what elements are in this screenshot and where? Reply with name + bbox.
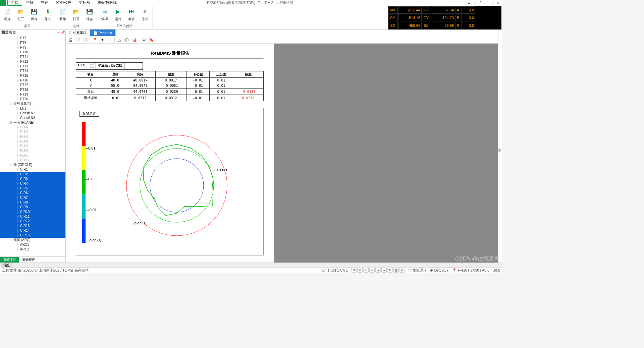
tree-PLN8[interactable]: PLN8: [0, 158, 65, 163]
tree-CIR8[interactable]: CIR8: [0, 200, 65, 205]
tray-icon[interactable]: 中: [357, 268, 363, 273]
report-viewport[interactable]: TotalDMIS 测量报告 CIR1 坐标系：DsCS1 项目理论实际偏差下公…: [66, 44, 498, 263]
menu-构造[interactable]: 构造: [38, 0, 52, 6]
tree-PT20[interactable]: PT20: [0, 97, 65, 102]
tree-CIR6[interactable]: CIR6: [0, 191, 65, 195]
menu-坐标系[interactable]: 坐标系: [75, 0, 93, 6]
menu-工程[interactable]: 工程: [7, 0, 22, 6]
close-icon[interactable]: ✕: [496, 1, 499, 5]
tool-icon[interactable]: 📍: [92, 37, 98, 43]
tray-icon[interactable]: ↻: [387, 268, 393, 273]
tree-group[interactable]: 圆弧 (ARC): [0, 238, 65, 242]
tree-PLN5[interactable]: PLN5: [0, 144, 65, 149]
tool-icon[interactable]: ⚙: [141, 37, 147, 43]
tree-PLN1[interactable]: PLN1: [0, 125, 65, 130]
menu-尺寸/公差[interactable]: 尺寸/公差: [52, 0, 75, 6]
tree-PT12[interactable]: PT12: [0, 59, 65, 64]
tree-ConstLN2[interactable]: ConstLN2: [0, 111, 65, 116]
tree-CIR13[interactable]: CIR13: [0, 224, 65, 228]
tree-CIR14[interactable]: CIR14: [0, 228, 65, 233]
tree-PT7[interactable]: PT7: [0, 36, 65, 41]
tree-CIR11[interactable]: CIR11: [0, 214, 65, 219]
tree-group[interactable]: 直线 (LINE): [0, 102, 65, 106]
tree-group[interactable]: 平面 (PLANE): [0, 120, 65, 125]
tree-LN1[interactable]: LN1: [0, 106, 65, 111]
ribbon-保存[interactable]: 💾保存: [84, 7, 96, 21]
tree-CIR9[interactable]: CIR9: [0, 205, 65, 210]
tree-CIR4[interactable]: CIR4: [0, 181, 65, 186]
tree-PT19[interactable]: PT19: [0, 92, 65, 97]
tree-PLN2[interactable]: PLN2: [0, 130, 65, 134]
tree-ConstLN3[interactable]: ConstLN3: [0, 116, 65, 120]
ribbon-编译[interactable]: ▤编译: [99, 7, 111, 21]
gear-icon[interactable]: ⚙: [467, 1, 471, 5]
side-tab[interactable]: 图: [498, 30, 502, 263]
tool-icon[interactable]: 🔖: [149, 37, 154, 43]
dscs-dropdown[interactable]: ⊕ DsCS1 ▾: [430, 268, 449, 273]
tool-icon[interactable]: △: [117, 37, 122, 43]
menu-特征[interactable]: 特征: [23, 0, 37, 6]
tree-PT15[interactable]: PT15: [0, 73, 65, 78]
tool-icon[interactable]: 📑: [83, 37, 88, 43]
tree-ARC2[interactable]: ARC2: [0, 247, 65, 252]
tree-CIR1[interactable]: CIR1: [0, 167, 65, 172]
tree-PT9[interactable]: PT9: [0, 45, 65, 50]
tool-icon[interactable]: ✦: [100, 37, 105, 43]
tray-icon[interactable]: ●: [381, 268, 387, 273]
tree-CIR12[interactable]: CIR12: [0, 219, 65, 224]
tab-仿真窗口[interactable]: ⬚ 仿真窗口: [66, 30, 90, 36]
tab-Report[interactable]: 📄 Report ×: [90, 30, 116, 36]
tree-PLN7[interactable]: PLN7: [0, 153, 65, 158]
tree-CIR2[interactable]: CIR2: [0, 172, 65, 177]
tree-PLN3[interactable]: PLN3: [0, 134, 65, 139]
tree-PT10[interactable]: PT10: [0, 50, 65, 55]
minimize-icon[interactable]: —: [484, 1, 488, 5]
tree-CIR3[interactable]: CIR3: [0, 177, 65, 181]
tree-PT13[interactable]: PT13: [0, 64, 65, 69]
user-icon[interactable]: ☺: [473, 1, 477, 5]
tool-icon[interactable]: 🖨: [68, 37, 73, 43]
tool-icon[interactable]: ⬡: [124, 37, 129, 43]
tool-icon[interactable]: ↔: [107, 37, 112, 43]
tree-PT17[interactable]: PT17: [0, 83, 65, 88]
panel-tab[interactable]: 测量程序: [19, 257, 38, 263]
tray-icon[interactable]: ▦: [393, 268, 399, 273]
tray-icon[interactable]: ✓: [369, 268, 375, 273]
tray-icon[interactable]: ☀: [363, 268, 369, 273]
cs-dropdown[interactable]: ⬚ 坐标系 ▾: [408, 268, 427, 273]
tray-icon[interactable]: ⊕: [399, 268, 405, 273]
tree-PT11[interactable]: PT11: [0, 55, 65, 59]
tray-icon[interactable]: S: [351, 268, 357, 273]
maximize-icon[interactable]: ◻: [491, 1, 494, 5]
tree-PT16[interactable]: PT16: [0, 78, 65, 83]
pin-icon[interactable]: ▾ 📌: [58, 31, 65, 34]
panel-tab[interactable]: 测量项目: [0, 257, 19, 263]
tree-CIR5[interactable]: CIR5: [0, 186, 65, 191]
ribbon-打开[interactable]: 📂打开: [15, 7, 27, 21]
tree-CIR7[interactable]: CIR7: [0, 195, 65, 200]
tree-PT8[interactable]: PT8: [0, 41, 65, 45]
tree-group[interactable]: 圆 (CIRCLE): [0, 163, 65, 167]
ribbon-停止[interactable]: ■停止: [139, 7, 151, 21]
tool-icon[interactable]: 📊: [131, 37, 137, 43]
ribbon-导入[interactable]: ⬇导入: [42, 7, 54, 21]
help-icon[interactable]: ?: [480, 1, 482, 5]
tree-CIR10[interactable]: CIR10: [0, 210, 65, 214]
tree-PLN4[interactable]: PLN4: [0, 139, 65, 144]
tree-PT14[interactable]: PT14: [0, 69, 65, 73]
side-panel: 测量项目▾ 📌 PT7PT8PT9PT10PT11PT12PT13PT14PT1…: [0, 30, 66, 263]
menu-测头/校验规[interactable]: 测头/校验规: [94, 0, 120, 6]
tool-icon[interactable]: 📄: [75, 37, 80, 43]
tray-icon[interactable]: 回: [375, 268, 381, 273]
ribbon-新建[interactable]: 📄新建: [57, 7, 69, 21]
tree-PLN6[interactable]: PLN6: [0, 149, 65, 153]
ribbon-运行[interactable]: ▶运行: [112, 7, 124, 21]
ribbon-单步[interactable]: ⏭单步: [125, 7, 138, 21]
ribbon-打开[interactable]: 📂打开: [70, 7, 82, 21]
feature-tree[interactable]: PT7PT8PT9PT10PT11PT12PT13PT14PT15PT16PT1…: [0, 35, 65, 256]
tree-CIR15[interactable]: CIR15: [0, 233, 65, 238]
ribbon-新建[interactable]: 📄新建: [1, 7, 13, 21]
tree-ARC1[interactable]: ARC1: [0, 242, 65, 247]
ribbon-保存[interactable]: 💾保存: [28, 7, 40, 21]
tree-PT18[interactable]: PT18: [0, 88, 65, 92]
